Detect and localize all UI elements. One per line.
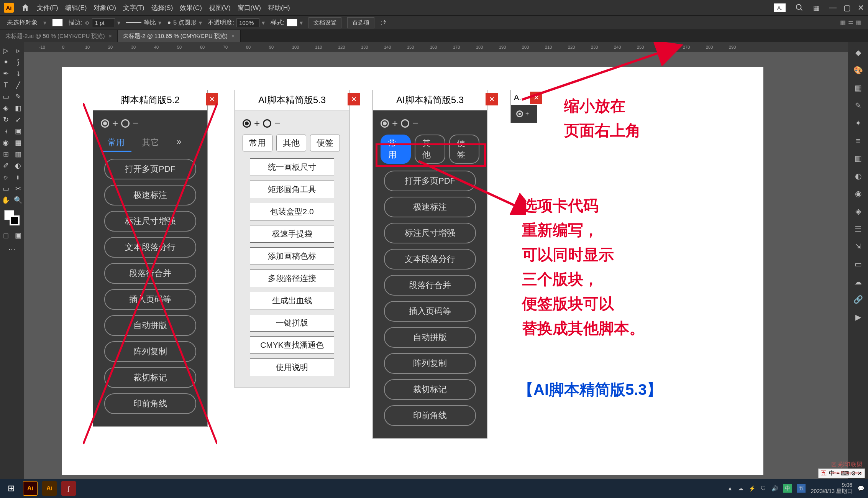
tab-other[interactable]: 其他 bbox=[276, 135, 306, 151]
free-transform-tool[interactable]: ▣ bbox=[13, 126, 23, 136]
color-swatches[interactable] bbox=[4, 210, 20, 225]
home-icon[interactable] bbox=[21, 3, 30, 12]
btn-handbag[interactable]: 极速手提袋 bbox=[250, 225, 334, 243]
taskbar-ai-1[interactable]: Ai bbox=[23, 481, 38, 496]
screen-mode[interactable]: ▣ bbox=[13, 230, 23, 241]
close-button[interactable]: ✕ bbox=[206, 93, 218, 105]
brushes-icon[interactable]: ✎ bbox=[852, 100, 864, 111]
gradient-icon[interactable]: ▥ bbox=[852, 153, 864, 164]
radio-icon[interactable] bbox=[381, 119, 389, 128]
minimize-button[interactable]: — bbox=[829, 3, 837, 12]
menu-help[interactable]: 帮助(H) bbox=[268, 3, 290, 12]
btn-auto-impose[interactable]: 自动拼版 bbox=[104, 315, 196, 336]
btn-cmyk-pantone[interactable]: CMYK查找潘通色 bbox=[250, 336, 334, 354]
tray-icon[interactable]: 🛡 bbox=[761, 485, 766, 491]
symbols-icon[interactable]: ✦ bbox=[852, 117, 864, 129]
gradient-tool[interactable]: ▥ bbox=[13, 149, 23, 159]
search-icon[interactable] bbox=[795, 3, 804, 12]
btn-corner-lines[interactable]: 印前角线 bbox=[104, 393, 196, 414]
btn-one-click-impose[interactable]: 一键拼版 bbox=[250, 314, 334, 332]
tray-icon[interactable]: ▲ bbox=[727, 485, 733, 491]
btn-auto-impose[interactable]: 自动拼版 bbox=[384, 327, 476, 348]
btn-crop-marks[interactable]: 裁切标记 bbox=[384, 379, 476, 400]
artboards-icon[interactable]: ▭ bbox=[852, 258, 864, 270]
menu-view[interactable]: 视图(V) bbox=[209, 3, 231, 12]
menu-object[interactable]: 对象(O) bbox=[94, 3, 116, 12]
properties-icon[interactable]: ◆ bbox=[852, 47, 864, 58]
line-tool[interactable]: ╱ bbox=[13, 80, 23, 90]
brush-preset[interactable]: 5 点圆形 bbox=[173, 19, 197, 27]
btn-fast-annotate[interactable]: 极速标注 bbox=[384, 197, 476, 217]
btn-para-merge[interactable]: 段落行合并 bbox=[104, 263, 196, 284]
btn-text-split[interactable]: 文本段落分行 bbox=[384, 249, 476, 270]
pen-tool[interactable]: ✒ bbox=[0, 68, 11, 79]
btn-crop-marks[interactable]: 裁切标记 bbox=[104, 367, 196, 388]
brush-tool[interactable]: ✎ bbox=[13, 91, 23, 102]
btn-instructions[interactable]: 使用说明 bbox=[250, 358, 334, 376]
tray-ime-5[interactable]: 五 bbox=[797, 484, 806, 493]
scale-tool[interactable]: ⤢ bbox=[13, 114, 23, 125]
tray-volume-icon[interactable]: 🔊 bbox=[771, 485, 778, 491]
btn-package-box[interactable]: 包装盒型2.0 bbox=[250, 203, 334, 220]
clock[interactable]: 9:06 2023/8/13 星期日 bbox=[811, 482, 852, 495]
tray-icon[interactable]: ⚡ bbox=[749, 485, 755, 491]
artboard-tool[interactable]: ▭ bbox=[0, 183, 11, 194]
perspective-tool[interactable]: ▦ bbox=[13, 137, 23, 148]
menu-edit[interactable]: 编辑(E) bbox=[65, 3, 87, 12]
radio-icon[interactable] bbox=[121, 119, 130, 128]
menu-select[interactable]: 选择(S) bbox=[151, 3, 173, 12]
swatches-icon[interactable]: ▦ bbox=[852, 82, 864, 94]
btn-array-copy[interactable]: 阵列复制 bbox=[104, 341, 196, 362]
color-icon[interactable]: 🎨 bbox=[852, 64, 864, 76]
taskbar-app[interactable]: ʃ bbox=[61, 481, 76, 496]
btn-color-label[interactable]: 添加画稿色标 bbox=[250, 247, 334, 265]
shaper-tool[interactable]: ◈ bbox=[0, 103, 11, 113]
btn-dim-enhance[interactable]: 标注尺寸增强 bbox=[384, 223, 476, 243]
btn-corner-lines[interactable]: 印前角线 bbox=[384, 405, 476, 426]
taskbar-ai-2[interactable]: Ai bbox=[42, 481, 57, 496]
workspace-icon[interactable]: ▦ bbox=[813, 4, 819, 12]
btn-dim-enhance[interactable]: 标注尺寸增强 bbox=[104, 211, 196, 232]
radio-icon[interactable] bbox=[263, 119, 271, 128]
appearance-icon[interactable]: ◉ bbox=[852, 188, 864, 199]
btn-page-number[interactable]: 插入页码等 bbox=[384, 301, 476, 322]
maximize-button[interactable]: ▢ bbox=[843, 3, 851, 12]
radio-icon[interactable] bbox=[101, 119, 109, 128]
stroke-weight-input[interactable] bbox=[92, 18, 115, 27]
start-button[interactable]: ⊞ bbox=[4, 481, 18, 496]
transparency-icon[interactable]: ◐ bbox=[852, 170, 864, 182]
panel-menu-icon[interactable]: ▦ 〓 ▦ bbox=[840, 19, 861, 27]
tab-common[interactable]: 常用 bbox=[101, 135, 131, 152]
btn-path-connect[interactable]: 多段路径连接 bbox=[250, 270, 334, 287]
tray-ime[interactable]: 中 bbox=[783, 484, 792, 493]
shape-builder-tool[interactable]: ◉ bbox=[0, 137, 11, 148]
tray-icon[interactable]: ☁ bbox=[738, 485, 743, 491]
close-icon[interactable]: × bbox=[108, 33, 112, 39]
menu-effect[interactable]: 效果(C) bbox=[180, 3, 202, 12]
tab-common[interactable]: 常用 bbox=[243, 135, 272, 151]
tab-other[interactable]: 其它 bbox=[135, 135, 166, 152]
btn-bleed-line[interactable]: 生成出血线 bbox=[250, 292, 334, 309]
close-button[interactable]: ✕ bbox=[858, 3, 864, 12]
menu-file[interactable]: 文件(F) bbox=[37, 3, 58, 12]
type-tool[interactable]: T bbox=[0, 80, 11, 90]
zoom-tool[interactable]: 🔍 bbox=[13, 195, 23, 205]
btn-para-merge[interactable]: 段落行合并 bbox=[384, 275, 476, 296]
doc-tab-2[interactable]: 未标题-2 @ 110.65 % (CMYK/CPU 预览)× bbox=[118, 30, 241, 42]
width-tool[interactable]: ⫞ bbox=[0, 126, 11, 136]
mini-panel-top[interactable]: A. bbox=[774, 3, 786, 12]
tab-notes[interactable]: 便签 bbox=[310, 135, 340, 151]
opacity-input[interactable] bbox=[236, 18, 259, 27]
radio-icon[interactable] bbox=[516, 110, 523, 117]
btn-open-pdf[interactable]: 打开多页PDF bbox=[384, 171, 476, 191]
edit-toolbar[interactable]: ⋯ bbox=[7, 244, 17, 255]
asset-export-icon[interactable]: ⇲ bbox=[852, 241, 864, 252]
btn-text-split[interactable]: 文本段落分行 bbox=[104, 237, 196, 258]
style-swatch[interactable] bbox=[287, 19, 297, 26]
menu-window[interactable]: 窗口(W) bbox=[238, 3, 261, 12]
close-button[interactable]: ✕ bbox=[348, 93, 360, 105]
selection-tool[interactable]: ▷ bbox=[0, 45, 11, 56]
direct-selection-tool[interactable]: ▹ bbox=[13, 45, 23, 56]
layers-icon[interactable]: ☰ bbox=[852, 223, 864, 235]
rotate-tool[interactable]: ↻ bbox=[0, 114, 11, 125]
